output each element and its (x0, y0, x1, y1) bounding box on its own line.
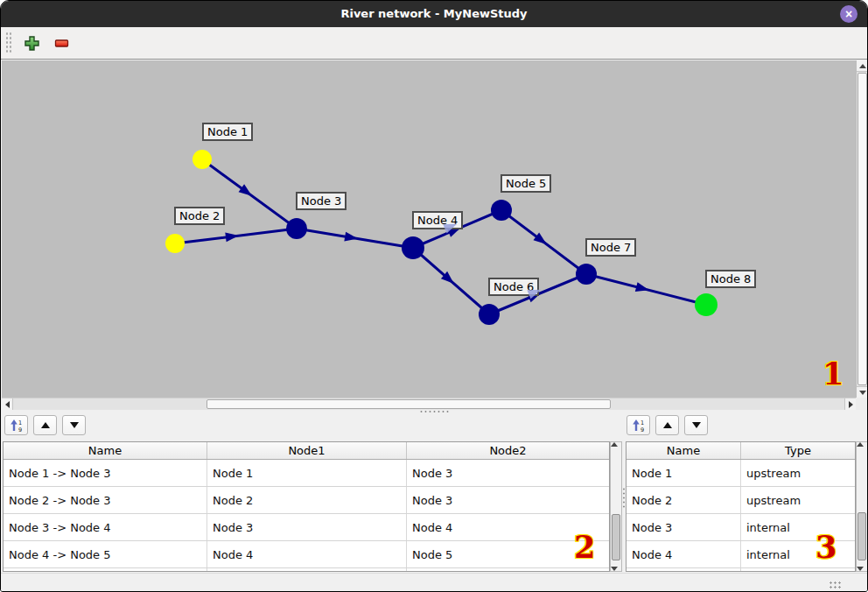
scrollbar-thumb[interactable] (612, 514, 620, 560)
scroll-down-button[interactable] (611, 567, 618, 571)
left-arrow-icon (5, 401, 10, 408)
table-cell[interactable]: Node 1 (626, 460, 741, 486)
table-cell[interactable] (741, 568, 855, 572)
table-cell[interactable]: internal (741, 541, 855, 567)
table-cell[interactable]: Node 3 (207, 514, 407, 540)
table-cell[interactable]: internal (741, 514, 855, 540)
table-cell[interactable]: Node 3 -> Node 4 (4, 514, 207, 540)
down-arrow-icon (859, 391, 866, 395)
resize-grip[interactable] (829, 581, 841, 589)
table-cell[interactable]: Node 1 -> Node 3 (4, 460, 207, 486)
scroll-up-button[interactable] (611, 442, 618, 447)
table-row[interactable]: Node 3 -> Node 4Node 3Node 4 (4, 514, 609, 541)
node-label[interactable]: Node 5 (500, 174, 551, 193)
splitter-handle-dots (419, 410, 449, 414)
table-cell[interactable] (207, 568, 407, 572)
links-table-scrollbar[interactable] (610, 441, 622, 572)
table-cell[interactable]: Node 4 (207, 541, 407, 567)
table-row[interactable]: Node 2upstream (626, 487, 855, 514)
window-title: River network - MyNewStudy (1, 1, 867, 27)
move-link-down-button[interactable] (62, 415, 86, 435)
table-cell[interactable]: Node 3 (407, 487, 609, 513)
svg-text:1: 1 (18, 419, 22, 426)
table-cell[interactable] (626, 568, 741, 572)
table-row[interactable] (626, 568, 855, 572)
scroll-up-button[interactable] (857, 442, 864, 447)
scroll-down-button[interactable] (857, 386, 868, 398)
node-labels-layer: Node 1Node 2Node 3Node 4Node 5Node 6Node… (2, 60, 856, 398)
scroll-right-button[interactable] (844, 398, 856, 410)
scroll-up-button[interactable] (857, 60, 868, 72)
table-row[interactable]: Node 1upstream (626, 460, 855, 487)
green-plus-icon (24, 36, 39, 51)
table-cell[interactable]: Node 3 (407, 460, 609, 486)
table-cell[interactable]: Node 2 -> Node 3 (4, 487, 207, 513)
move-link-up-button[interactable] (33, 415, 57, 435)
down-triangle-icon (692, 422, 701, 428)
table-row[interactable] (4, 568, 609, 572)
annotation-marker-2: 2 (574, 532, 595, 562)
titlebar[interactable]: River network - MyNewStudy × (1, 1, 867, 27)
node-label[interactable]: Node 2 (174, 207, 225, 225)
right-arrow-icon (849, 401, 853, 408)
table-row[interactable]: Node 4 -> Node 5Node 4Node 5 (4, 541, 609, 568)
node-label[interactable]: Node 7 (585, 238, 636, 257)
move-node-up-button[interactable] (655, 415, 679, 435)
column-header[interactable]: Name (626, 442, 741, 459)
links-table: NameNode1Node2Node 1 -> Node 3Node 1Node… (3, 441, 610, 572)
canvas-vertical-scrollbar[interactable] (856, 60, 868, 398)
column-header[interactable]: Node1 (207, 442, 407, 459)
toolbar-drag-handle[interactable] (5, 32, 12, 54)
scrollbar-thumb[interactable] (206, 399, 611, 409)
scrollbar-thumb[interactable] (858, 512, 866, 560)
down-triangle-icon (70, 422, 79, 428)
sort-nodes-button[interactable]: 1 9 (626, 415, 650, 435)
status-bar (1, 573, 867, 591)
up-triangle-icon (41, 422, 50, 428)
canvas-horizontal-scrollbar[interactable] (2, 398, 856, 410)
sort-links-button[interactable]: 1 9 (4, 415, 28, 435)
table-cell[interactable]: Node 4 -> Node 5 (4, 541, 207, 567)
node-label[interactable]: Node 1 (202, 123, 253, 141)
node-label[interactable]: Node 6 (488, 278, 539, 296)
node-label[interactable]: Node 8 (705, 270, 756, 288)
table-cell[interactable] (407, 568, 609, 572)
table-cell[interactable]: upstream (741, 460, 855, 486)
node-label[interactable]: Node 4 (412, 211, 463, 229)
table-cell[interactable]: Node 2 (207, 487, 407, 513)
table-cell[interactable]: Node 1 (207, 460, 407, 486)
scroll-down-button[interactable] (857, 567, 864, 571)
scroll-left-button[interactable] (2, 398, 13, 410)
down-arrow-icon (611, 567, 618, 571)
table-cell[interactable]: Node 4 (626, 541, 741, 567)
down-arrow-icon (857, 567, 864, 571)
svg-text:9: 9 (18, 426, 22, 433)
table-cell[interactable]: Node 3 (626, 514, 741, 540)
column-header[interactable]: Type (741, 442, 855, 459)
svg-text:1: 1 (640, 419, 644, 426)
table-header-row: NameNode1Node2 (4, 442, 609, 460)
panel-splitter[interactable] (1, 410, 867, 414)
annotation-marker-3: 3 (816, 532, 836, 562)
table-row[interactable]: Node 1 -> Node 3Node 1Node 3 (4, 460, 609, 487)
sort-ascending-icon: 1 9 (632, 419, 646, 433)
move-node-down-button[interactable] (684, 415, 708, 435)
node-label[interactable]: Node 3 (296, 192, 346, 210)
table-cell[interactable] (4, 568, 207, 572)
close-icon: × (840, 6, 858, 23)
table-cell[interactable]: upstream (741, 487, 855, 513)
table-row[interactable]: Node 2 -> Node 3Node 2Node 3 (4, 487, 609, 514)
scrollbar-thumb[interactable] (858, 73, 867, 385)
red-minus-icon (54, 36, 69, 51)
remove-button[interactable] (50, 32, 73, 54)
add-button[interactable] (20, 32, 43, 54)
column-header[interactable]: Name (4, 442, 207, 459)
close-button[interactable]: × (840, 5, 858, 23)
up-arrow-icon (611, 442, 618, 447)
nodes-table-scrollbar[interactable] (856, 441, 868, 572)
nodes-toolbar: 1 9 (626, 415, 708, 435)
table-cell[interactable]: Node 2 (626, 487, 741, 513)
scrollbar-corner (856, 398, 868, 410)
column-header[interactable]: Node2 (407, 442, 609, 459)
river-network-canvas[interactable]: Node 1Node 2Node 3Node 4Node 5Node 6Node… (2, 60, 856, 398)
